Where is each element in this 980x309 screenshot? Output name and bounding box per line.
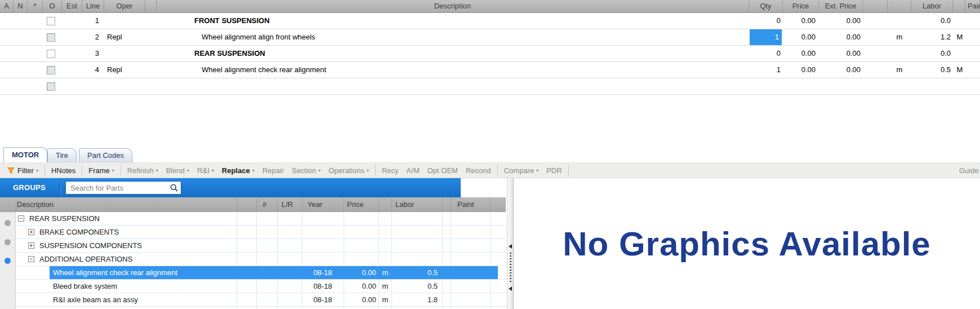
parts-search-input[interactable] xyxy=(65,181,181,195)
tab-tire[interactable]: Tire xyxy=(47,148,77,162)
ext-price-cell[interactable]: 0.00 xyxy=(819,13,861,29)
ext-price-cell[interactable]: 0.00 xyxy=(819,29,861,45)
parts-col-year: Year xyxy=(308,197,322,211)
unit-cell: m xyxy=(888,62,911,78)
row-checkbox[interactable] xyxy=(47,33,55,42)
part-row-empty xyxy=(16,307,507,309)
parts-search xyxy=(65,181,181,195)
price-cell[interactable]: 0.00 xyxy=(783,29,816,45)
description-cell: FRONT SUSPENSION xyxy=(194,13,270,29)
qty-cell[interactable]: 0 xyxy=(750,13,781,29)
estimate-row[interactable]: 4 Repl Wheel alignment check rear alignm… xyxy=(0,62,980,78)
toolbar-divider xyxy=(497,165,498,176)
header-divider xyxy=(302,198,302,211)
labor-cell[interactable]: 1.2 xyxy=(910,29,951,45)
groups-button[interactable]: GROUPS xyxy=(0,178,59,197)
estimate-row[interactable]: 1 FRONT SUSPENSION 0 0.00 0.00 0.0 xyxy=(0,13,980,29)
parts-grid: − REAR SUSPENSION + BRAKE COMPONENTS + S… xyxy=(0,212,507,309)
labor-cell[interactable]: 0.0 xyxy=(910,46,951,61)
parts-toolbar: Filter▾ HNotes Frame▾ Refinish▾ Blend▾ R… xyxy=(0,162,980,178)
ri-button[interactable]: R&I▾ xyxy=(193,163,218,178)
expand-icon[interactable]: + xyxy=(28,242,34,249)
part-unit: m xyxy=(380,280,391,293)
row-checkbox[interactable] xyxy=(47,50,55,58)
bottom-panel-tabs: MOTOR Tire Part Codes xyxy=(0,148,980,162)
col-header-description: Description xyxy=(157,0,749,12)
header-divider xyxy=(442,198,443,211)
filter-button[interactable]: Filter▾ xyxy=(3,163,42,178)
collapse-icon[interactable]: − xyxy=(28,256,34,262)
collapse-icon[interactable]: − xyxy=(18,215,24,222)
part-row[interactable]: Bleed brake system 08-18 0.00 m 0.5 xyxy=(16,280,507,293)
parts-col-price: Price xyxy=(347,197,364,211)
part-row[interactable]: R&I axle beam as an assy 08-18 0.00 m 1.… xyxy=(16,293,507,307)
tab-part-codes[interactable]: Part Codes xyxy=(79,148,132,162)
guide-button[interactable]: Guide xyxy=(959,163,979,179)
row-checkbox[interactable] xyxy=(47,82,55,91)
header-divider xyxy=(256,198,257,211)
qty-cell[interactable]: 1 xyxy=(750,62,781,78)
ext-price-cell[interactable]: 0.00 xyxy=(819,62,861,78)
col-header-paint: Paint xyxy=(965,0,980,12)
recy-button[interactable]: Recy xyxy=(378,163,403,178)
estimate-row-empty[interactable] xyxy=(0,78,980,95)
labor-cell[interactable]: 0.5 xyxy=(910,62,951,78)
tree-row-additional-operations[interactable]: − ADDITIONAL OPERATIONS xyxy=(16,253,507,266)
header-divider xyxy=(490,198,491,211)
search-icon[interactable] xyxy=(170,183,179,194)
qty-cell-selected[interactable]: 1 xyxy=(750,29,782,45)
line-number: 4 xyxy=(82,62,99,78)
ext-price-cell[interactable]: 0.00 xyxy=(819,46,861,61)
tree-row-rear-suspension[interactable]: − REAR SUSPENSION xyxy=(16,212,507,226)
tab-motor[interactable]: MOTOR xyxy=(3,147,47,162)
repair-button[interactable]: Repair xyxy=(259,163,288,178)
collapse-left-icon[interactable] xyxy=(509,286,512,291)
hnotes-button[interactable]: HNotes xyxy=(47,163,79,178)
qty-cell[interactable]: 0 xyxy=(750,46,781,61)
toolbar-divider xyxy=(375,165,376,176)
part-labor: 1.8 xyxy=(399,293,438,306)
line-number: 3 xyxy=(82,46,99,61)
price-cell[interactable]: 0.00 xyxy=(783,46,816,61)
description-cell: Wheel alignment align front wheels xyxy=(202,29,315,45)
header-divider xyxy=(451,198,451,211)
part-description: Bleed brake system xyxy=(53,280,117,293)
refinish-button[interactable]: Refinish▾ xyxy=(123,163,162,178)
recond-button[interactable]: Recond xyxy=(462,163,495,178)
frame-button[interactable]: Frame▾ xyxy=(84,163,118,178)
col-header-spacer xyxy=(145,0,157,12)
labor-cell[interactable]: 0.0 xyxy=(910,13,951,29)
panel-splitter[interactable] xyxy=(507,178,514,309)
col-header-labor-flag xyxy=(953,0,965,12)
expand-icon[interactable]: + xyxy=(28,229,34,235)
part-row-selected[interactable]: Wheel alignment check rear alignment 08-… xyxy=(16,266,507,280)
collapse-left-icon[interactable] xyxy=(509,244,512,249)
part-labor: 0.5 xyxy=(399,280,438,293)
estimate-row[interactable]: 2 Repl Wheel alignment align front wheel… xyxy=(0,29,980,46)
am-button[interactable]: A/M xyxy=(403,163,424,178)
section-button[interactable]: Section▾ xyxy=(288,163,324,178)
price-cell[interactable]: 0.00 xyxy=(783,62,816,78)
splitter-grip[interactable] xyxy=(510,253,511,283)
replace-button[interactable]: Replace▾ xyxy=(218,163,259,178)
tree-row-suspension-components[interactable]: + SUSPENSION COMPONENTS xyxy=(16,239,507,253)
estimate-row[interactable]: 3 REAR SUSPENSION 0 0.00 0.00 0.0 xyxy=(0,46,980,62)
row-checkbox[interactable] xyxy=(47,17,55,25)
col-header-price: Price xyxy=(783,0,819,12)
pdr-button[interactable]: PDR xyxy=(542,163,565,178)
compare-button[interactable]: Compare▾ xyxy=(500,163,542,178)
estimating-app-window: A N * O Est Line Oper Description Qty Pr… xyxy=(0,0,980,309)
price-cell[interactable]: 0.00 xyxy=(783,13,816,29)
header-divider xyxy=(391,198,392,211)
oper-cell: Repl xyxy=(107,29,122,45)
blend-button[interactable]: Blend▾ xyxy=(162,163,193,178)
operations-button[interactable]: Operations▾ xyxy=(324,163,373,178)
group-marker-icon xyxy=(5,239,11,245)
no-graphics-message: No Graphics Available xyxy=(563,224,930,263)
header-divider xyxy=(237,198,237,211)
parts-table-header: Description # L/R Year Price Labor Paint xyxy=(0,197,506,212)
col-header-labor: Labor xyxy=(911,0,953,12)
tree-row-brake-components[interactable]: + BRAKE COMPONENTS xyxy=(16,226,507,239)
row-checkbox[interactable] xyxy=(47,66,55,74)
opt-oem-button[interactable]: Opt OEM xyxy=(424,163,462,178)
